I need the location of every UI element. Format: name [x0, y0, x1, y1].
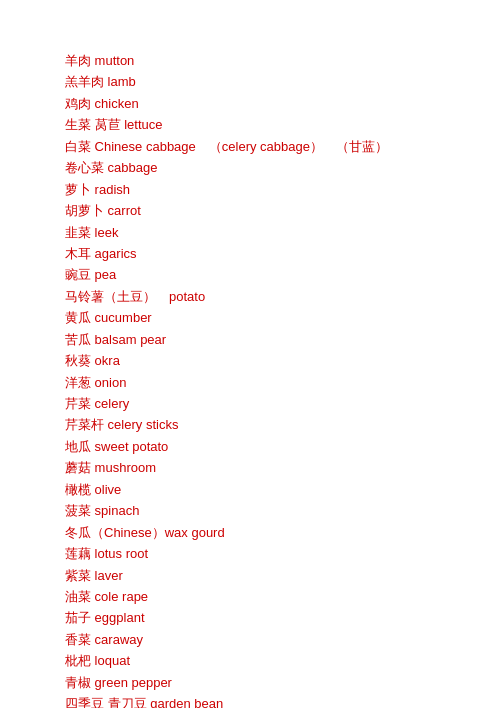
list-item: 莲藕 lotus root [65, 543, 435, 564]
list-item: 秋葵 okra [65, 350, 435, 371]
list-item: 青椒 green pepper [65, 672, 435, 693]
list-item: 白菜 Chinese cabbage （celery cabbage） （甘蓝） [65, 136, 435, 157]
list-item: 韭菜 leek [65, 222, 435, 243]
list-item: 紫菜 laver [65, 565, 435, 586]
list-item: 生菜 莴苣 lettuce [65, 114, 435, 135]
list-item: 羊肉 mutton [65, 50, 435, 71]
list-item: 卷心菜 cabbage [65, 157, 435, 178]
list-item: 冬瓜（Chinese）wax gourd [65, 522, 435, 543]
list-item: 枇杷 loquat [65, 650, 435, 671]
list-item: 马铃薯（土豆） potato [65, 286, 435, 307]
list-item: 茄子 eggplant [65, 607, 435, 628]
list-item: 萝卜 radish [65, 179, 435, 200]
list-item: 胡萝卜 carrot [65, 200, 435, 221]
list-item: 油菜 cole rape [65, 586, 435, 607]
list-item: 橄榄 olive [65, 479, 435, 500]
list-item: 四季豆 青刀豆 garden bean [65, 693, 435, 708]
list-item: 鸡肉 chicken [65, 93, 435, 114]
list-item: 豌豆 pea [65, 264, 435, 285]
list-item: 香菜 caraway [65, 629, 435, 650]
list-item: 芹菜杆 celery sticks [65, 414, 435, 435]
list-item: 地瓜 sweet potato [65, 436, 435, 457]
list-item: 木耳 agarics [65, 243, 435, 264]
list-item: 苦瓜 balsam pear [65, 329, 435, 350]
list-item: 黄瓜 cucumber [65, 307, 435, 328]
list-item: 蘑菇 mushroom [65, 457, 435, 478]
list-item: 菠菜 spinach [65, 500, 435, 521]
list-item: 芹菜 celery [65, 393, 435, 414]
list-item: 羔羊肉 lamb [65, 71, 435, 92]
list-item: 洋葱 onion [65, 372, 435, 393]
food-list: 羊肉 mutton羔羊肉 lamb鸡肉 chicken生菜 莴苣 lettuce… [65, 50, 435, 708]
